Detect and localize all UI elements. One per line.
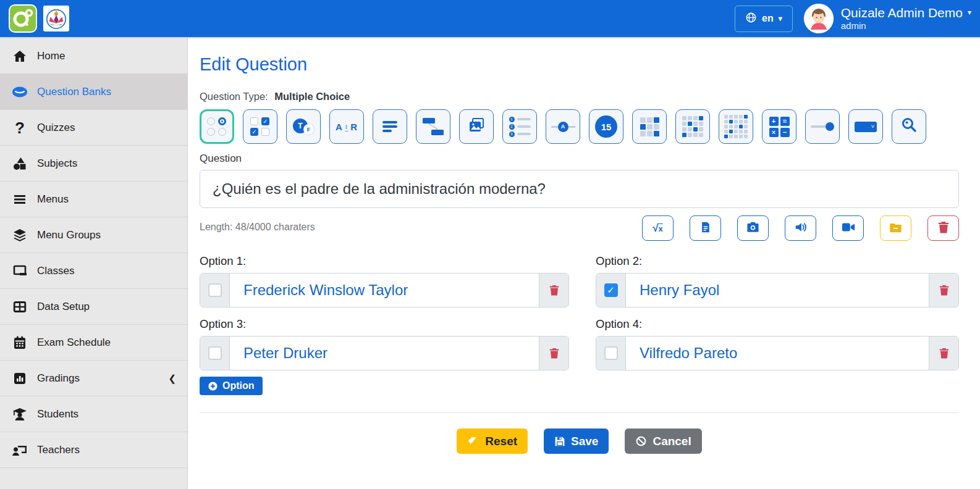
sidebar-item-subjects[interactable]: Subjects	[0, 146, 187, 182]
option-text-input[interactable]	[230, 336, 539, 370]
option-1-block: Option 1:	[200, 254, 569, 307]
type-button-grid-3x3[interactable]	[632, 109, 667, 144]
type-button-ordering[interactable]: 1 2 3	[502, 109, 537, 144]
chevron-down-icon: ▾	[968, 9, 971, 17]
type-button-grid-5x5[interactable]	[719, 109, 753, 144]
type-button-dropdown[interactable]: ˅	[848, 109, 883, 144]
sidebar-item-menu-groups[interactable]: Menu Groups	[0, 217, 187, 253]
option-text-input[interactable]	[230, 274, 539, 307]
save-button[interactable]: Save	[544, 428, 609, 454]
type-button-true-false[interactable]: T F	[286, 109, 321, 144]
option-delete-button[interactable]	[539, 336, 568, 370]
option-input-group	[200, 273, 569, 307]
sidebar-item-label: Students	[37, 408, 78, 420]
camera-button[interactable]	[737, 215, 769, 241]
layers-icon	[11, 228, 28, 243]
option-correct-checkbox[interactable]	[208, 346, 222, 360]
options-grid: Option 1: Option 2: Option 3:	[200, 254, 959, 370]
globe-icon	[745, 12, 757, 26]
delete-media-button[interactable]	[927, 215, 959, 241]
speaker-icon	[794, 221, 808, 236]
sidebar-item-question-banks[interactable]: Question Banks	[0, 74, 187, 110]
question-input[interactable]	[200, 170, 959, 208]
type-button-image-search[interactable]	[892, 109, 926, 144]
option-label: Option 3:	[200, 317, 569, 331]
option-delete-button[interactable]	[929, 274, 958, 307]
option-correct-checkbox[interactable]	[604, 346, 618, 360]
laptop-icon	[11, 264, 28, 278]
question-type-line: Question Type: Multiple Choice	[200, 91, 959, 102]
type-button-multiple-choice[interactable]	[200, 109, 234, 144]
language-label: en	[762, 13, 774, 24]
formula-button[interactable]: √x	[642, 215, 674, 241]
user-menu[interactable]: Quizale Admin Demo ▾ admin	[804, 4, 971, 33]
home-icon	[11, 49, 28, 64]
type-button-slider[interactable]	[805, 109, 840, 144]
formula-icon: √x	[653, 222, 663, 235]
sidebar-item-menus[interactable]: Menus	[0, 182, 187, 217]
type-button-numeric[interactable]: 15	[589, 109, 623, 144]
sidebar-item-exam-schedule[interactable]: Exam Schedule	[0, 325, 187, 361]
student-icon	[11, 407, 28, 422]
brand-logos	[9, 4, 69, 33]
section-divider	[200, 412, 959, 413]
avatar	[804, 4, 834, 33]
matching-icon	[423, 118, 444, 135]
video-button[interactable]	[832, 215, 864, 241]
slider-icon	[811, 122, 834, 131]
type-button-fill-in-blank[interactable]: AıR	[329, 109, 364, 144]
form-actions: Reset Save Cancel	[200, 428, 959, 454]
sidebar-item-label: Exam Schedule	[37, 336, 111, 349]
document-button[interactable]	[690, 215, 721, 241]
sidebar-item-label: Classes	[37, 265, 74, 277]
sidebar-item-home[interactable]: Home	[0, 38, 187, 74]
question-type-value: Multiple Choice	[274, 91, 350, 102]
cancel-button[interactable]: Cancel	[625, 428, 701, 454]
option-label: Option 1:	[200, 254, 569, 268]
camera-icon	[746, 221, 759, 235]
add-option-button[interactable]: Option	[200, 377, 263, 395]
sidebar-item-students[interactable]: Students	[0, 396, 187, 432]
calendar-icon	[11, 335, 28, 350]
option-4-block: Option 4:	[596, 317, 959, 370]
text-lines-icon	[382, 121, 397, 132]
language-selector[interactable]: en ▾	[735, 6, 793, 32]
option-text-input[interactable]	[626, 274, 929, 307]
type-button-multiple-answer[interactable]: ✓✓	[243, 109, 277, 144]
sidebar-item-gradings[interactable]: Gradings ❮	[0, 361, 187, 396]
shapes-icon	[11, 156, 28, 171]
folder-button[interactable]	[880, 215, 911, 241]
type-button-image[interactable]	[459, 109, 494, 144]
sidebar: Home Question Banks ? Quizzes Subjects M…	[0, 38, 188, 489]
type-button-text-lines[interactable]	[373, 109, 407, 144]
sidebar-item-teachers[interactable]: Teachers	[0, 432, 187, 468]
chevron-left-icon[interactable]: ❮	[168, 373, 176, 384]
sidebar-item-data-setup[interactable]: Data Setup	[0, 289, 187, 325]
quizale-app-logo-icon[interactable]	[9, 4, 37, 33]
sidebar-item-label: Quizzes	[37, 122, 75, 134]
sidebar-item-label: Subjects	[37, 157, 77, 170]
length-counter: Length: 48/4000 charaters	[200, 215, 315, 233]
type-button-grid-4x4[interactable]	[675, 109, 710, 144]
grid-4x4-icon	[682, 116, 703, 137]
type-button-math-operations[interactable]: +=×−	[762, 109, 796, 144]
chevron-down-icon: ▾	[779, 14, 782, 23]
type-button-scale[interactable]: A	[546, 109, 580, 144]
option-label: Option 4:	[596, 317, 959, 331]
option-delete-button[interactable]	[539, 274, 568, 307]
sidebar-item-label: Menu Groups	[37, 229, 101, 241]
reset-button[interactable]: Reset	[457, 428, 528, 454]
option-correct-checkbox[interactable]	[604, 283, 618, 297]
audio-button[interactable]	[785, 215, 816, 241]
question-mark-icon: ?	[11, 120, 28, 136]
option-correct-checkbox[interactable]	[208, 283, 222, 297]
type-button-matching[interactable]	[416, 109, 450, 144]
sidebar-item-classes[interactable]: Classes	[0, 253, 187, 289]
document-icon	[699, 221, 712, 236]
lotus-school-logo-icon[interactable]	[43, 6, 69, 31]
option-text-input[interactable]	[626, 336, 929, 370]
option-delete-button[interactable]	[929, 336, 958, 370]
option-label: Option 2:	[596, 254, 959, 268]
sidebar-item-quizzes[interactable]: ? Quizzes	[0, 110, 187, 146]
table-icon	[11, 299, 28, 314]
